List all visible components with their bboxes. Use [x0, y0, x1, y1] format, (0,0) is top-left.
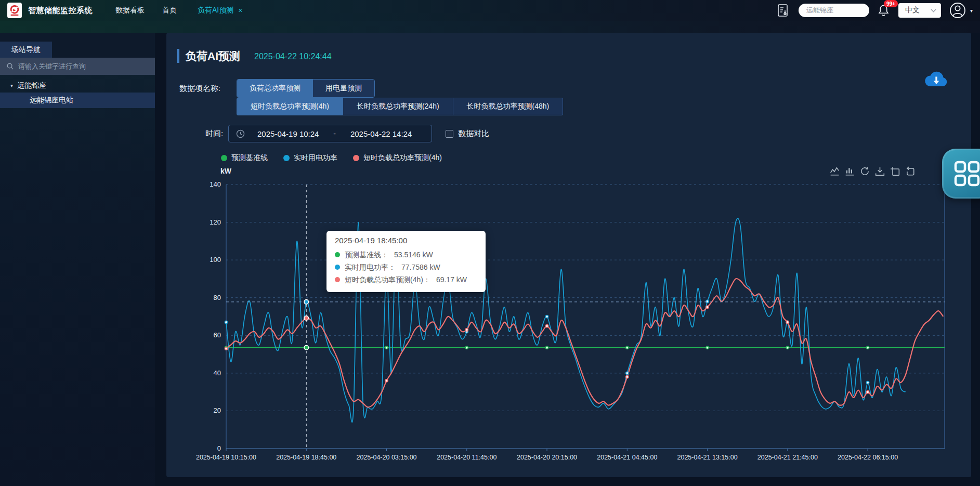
chart-legend: 预测基准线 实时用电功率 短时负载总功率预测(4h)	[221, 153, 442, 163]
legend-item-realtime-power[interactable]: 实时用电功率	[283, 153, 337, 163]
compare-label: 数据对比	[458, 129, 489, 139]
app-title: 智慧储能监控系统	[28, 6, 93, 16]
data-item-button-group: 负荷总功率预测 用电量预测	[237, 79, 375, 98]
time-label: 时间:	[205, 129, 223, 139]
page-timestamp: 2025-04-22 10:24:44	[254, 52, 332, 61]
floating-apps-button[interactable]	[942, 149, 980, 199]
chevron-down-icon	[931, 9, 936, 12]
main-menu: 数据看板 首页	[115, 6, 177, 15]
legend-item-forecast-4h[interactable]: 短时负载总功率预测(4h)	[353, 153, 442, 163]
tab-short-term-4h[interactable]: 短时负载总功率预测(4h)	[237, 98, 343, 115]
range-start-value[interactable]: 2025-04-19 10:24	[245, 129, 331, 138]
tree-caret-icon[interactable]: ▾	[10, 83, 13, 88]
station-sidebar: 场站导航 ▾ 远能锦座 远能锦座电站	[0, 33, 155, 486]
clock-icon	[236, 129, 245, 138]
chart-toolbox	[830, 166, 915, 176]
station-search-input[interactable]	[799, 4, 869, 17]
data-compare-control[interactable]: 数据对比	[446, 129, 489, 139]
sidebar-tab-station-nav[interactable]: 场站导航	[0, 42, 52, 58]
legend-dot-green	[221, 155, 227, 161]
tooltip-timestamp: 2025-04-19 18:45:00	[335, 236, 477, 245]
y-axis-unit: kW	[220, 167, 231, 175]
tab-load-ai-forecast[interactable]: 负荷AI预测 ×	[198, 6, 242, 15]
notification-badge: 99+	[884, 0, 898, 7]
app-screen: 智慧储能监控系统 数据看板 首页 负荷AI预测 × 99+	[0, 0, 980, 486]
legend-item-baseline[interactable]: 预测基准线	[221, 153, 268, 163]
user-caret-down-icon[interactable]: ▾	[970, 8, 973, 14]
menu-item-home[interactable]: 首页	[162, 6, 177, 15]
station-tree: ▾ 远能锦座 远能锦座电站	[0, 78, 155, 108]
data-item-label: 数据项名称:	[179, 84, 237, 94]
chart-tooltip: 2025-04-19 18:45:00 预测基准线： 53.5146 kW 实时…	[326, 231, 486, 292]
toolbox-save-image-icon[interactable]	[875, 166, 885, 176]
tab-close-icon[interactable]: ×	[238, 6, 242, 15]
toolbox-bar-icon[interactable]	[845, 166, 855, 176]
date-range-picker[interactable]: 2025-04-19 10:24 - 2025-04-22 14:24	[228, 125, 432, 142]
notifications-button[interactable]: 99+	[878, 4, 890, 17]
brand-logo-icon	[7, 3, 22, 18]
avatar-icon[interactable]	[949, 2, 966, 19]
report-icon[interactable]	[777, 3, 790, 18]
legend-dot-blue	[283, 155, 290, 161]
forecast-sub-tabs: 短时负载总功率预测(4h) 长时负载总功率预测(24h) 长时负载总功率预测(4…	[237, 98, 563, 115]
tooltip-dot-blue	[335, 265, 340, 270]
button-load-power-forecast[interactable]: 负荷总功率预测	[237, 80, 313, 97]
toolbox-zoom-reset-icon[interactable]	[905, 166, 915, 176]
page-title: 负荷AI预测	[186, 49, 240, 63]
tree-node-station[interactable]: 远能锦座电站	[0, 93, 155, 108]
sidebar-search	[0, 58, 155, 75]
tab-long-term-48h[interactable]: 长时负载总功率预测(48h)	[453, 98, 564, 115]
language-value: 中文	[905, 6, 927, 15]
button-energy-forecast[interactable]: 用电量预测	[313, 80, 374, 97]
top-navbar: 智慧储能监控系统 数据看板 首页 负荷AI预测 × 99+	[0, 0, 980, 21]
sidebar-header: 场站导航	[0, 33, 155, 58]
language-select[interactable]: 中文	[898, 3, 941, 18]
title-accent-bar	[177, 49, 179, 63]
navbar-right: 99+ 中文 ▾	[777, 2, 973, 19]
range-end-value[interactable]: 2025-04-22 14:24	[338, 129, 424, 138]
legend-label: 实时用电功率	[294, 153, 337, 163]
compare-checkbox[interactable]	[446, 130, 453, 138]
sidebar-search-input[interactable]	[18, 62, 149, 70]
toolbox-data-zoom-icon[interactable]	[890, 166, 900, 176]
tab-long-term-24h[interactable]: 长时负载总功率预测(24h)	[343, 98, 453, 115]
time-row: 时间: 2025-04-19 10:24 - 2025-04-22 14:24 …	[205, 125, 489, 142]
header-band	[0, 21, 980, 33]
tree-node-label: 远能锦座电站	[30, 96, 73, 105]
legend-label: 预测基准线	[231, 153, 268, 163]
grid-apps-icon	[954, 161, 980, 187]
tooltip-row-realtime: 实时用电功率： 77.7586 kW	[335, 261, 477, 273]
tooltip-row-forecast: 短时负载总功率预测(4h)： 69.17 kW	[335, 273, 477, 286]
cloud-download-button[interactable]	[923, 69, 949, 90]
tab-label: 负荷AI预测	[198, 6, 233, 15]
tree-node-label: 远能锦座	[17, 81, 46, 90]
range-separator: -	[331, 129, 338, 138]
toolbox-restore-icon[interactable]	[860, 166, 870, 176]
tree-node-station-group[interactable]: ▾ 远能锦座	[0, 78, 155, 93]
toolbox-line-icon[interactable]	[830, 166, 840, 176]
menu-item-dashboard[interactable]: 数据看板	[115, 6, 145, 15]
tooltip-dot-red	[335, 277, 340, 282]
tooltip-dot-green	[335, 252, 340, 257]
search-icon	[6, 62, 14, 70]
legend-dot-red	[353, 155, 359, 161]
tooltip-row-baseline: 预测基准线： 53.5146 kW	[335, 248, 477, 261]
data-item-row: 数据项名称: 负荷总功率预测 用电量预测	[179, 79, 375, 98]
legend-label: 短时负载总功率预测(4h)	[363, 153, 442, 163]
